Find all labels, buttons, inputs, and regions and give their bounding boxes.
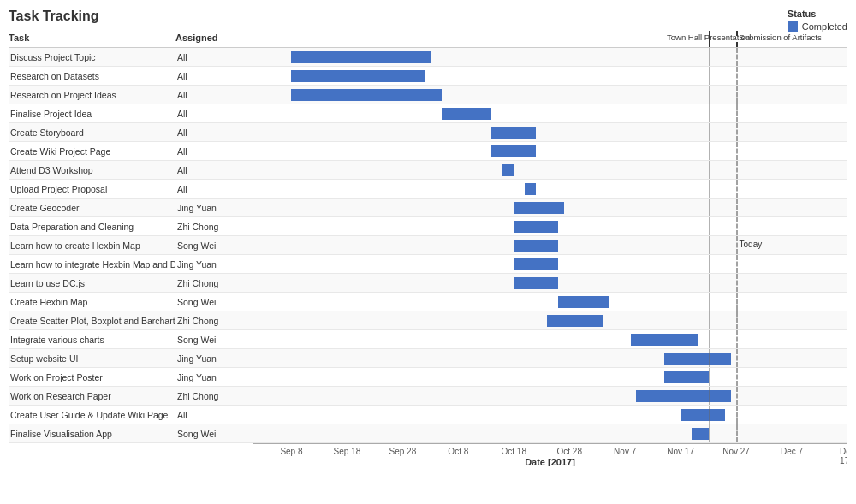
submission-label: Submission of Artifacts xyxy=(740,33,822,42)
x-axis-label: Sep 8 xyxy=(280,447,302,456)
table-header: Task Assigned xyxy=(9,31,253,48)
task-name: Create Wiki Project Page xyxy=(9,146,175,157)
gantt-row xyxy=(253,330,847,349)
table-row: Setup website UI Jing Yuan xyxy=(9,349,253,368)
right-panel: Town Hall PresentationSubmission of Arti… xyxy=(253,31,847,466)
task-name: Learn how to create Hexbin Map xyxy=(9,240,175,251)
task-assigned: All xyxy=(175,410,253,420)
gantt-bar xyxy=(692,428,708,440)
table-row: Work on Research Paper Zhi Chong xyxy=(9,387,253,406)
gantt-row xyxy=(253,123,847,142)
task-name: Setup website UI xyxy=(9,353,175,364)
task-assigned: Song Wei xyxy=(175,240,253,251)
gantt-row xyxy=(253,180,847,199)
task-assigned: All xyxy=(175,184,253,194)
task-name: Discuss Project Topic xyxy=(9,52,175,62)
table-row: Integrate various charts Song Wei xyxy=(9,330,253,349)
gantt-row xyxy=(253,424,847,443)
axis-title: Date [2017] xyxy=(253,457,847,466)
task-assigned: Zhi Chong xyxy=(175,391,253,401)
table-row: Create Hexbin Map Song Wei xyxy=(9,293,253,311)
gantt-bar xyxy=(636,390,730,402)
task-assigned: Song Wei xyxy=(175,297,253,307)
task-assigned: Song Wei xyxy=(175,335,253,345)
task-name: Attend D3 Workshop xyxy=(9,165,175,175)
gantt-bar xyxy=(291,89,441,101)
x-axis-label: Dec 7 xyxy=(781,447,803,456)
task-name: Finalise Project Idea xyxy=(9,109,175,119)
table-row: Research on Project Ideas All xyxy=(9,86,253,104)
task-assigned: Zhi Chong xyxy=(175,222,253,232)
x-axis-label: Nov 17 xyxy=(667,447,694,456)
gantt-row xyxy=(253,406,847,424)
table-row: Data Preparation and Cleaning Zhi Chong xyxy=(9,217,253,236)
table-row: Attend D3 Workshop All xyxy=(9,161,253,180)
table-row: Work on Project Poster Jing Yuan xyxy=(9,368,253,387)
main-area: Task Assigned Discuss Project Topic All … xyxy=(9,31,847,466)
gantt-bar xyxy=(291,70,425,82)
gantt-row xyxy=(253,387,847,406)
table-row: Upload Project Proposal All xyxy=(9,180,253,199)
task-list: Discuss Project Topic All Research on Da… xyxy=(9,48,253,443)
col-assigned-header: Assigned xyxy=(175,31,253,47)
x-axis-label: Sep 18 xyxy=(334,447,361,456)
task-assigned: All xyxy=(175,90,253,100)
table-row: Finalise Visualisation App Song Wei xyxy=(9,424,253,443)
x-axis-label: Oct 8 xyxy=(448,447,468,456)
task-assigned: Jing Yuan xyxy=(175,259,253,270)
col-task-header: Task xyxy=(9,31,175,47)
gantt-bar xyxy=(681,409,725,421)
gantt-bar xyxy=(631,334,698,346)
task-assigned: All xyxy=(175,165,253,175)
task-name: Research on Project Ideas xyxy=(9,90,175,100)
task-assigned: All xyxy=(175,52,253,62)
gantt-row xyxy=(253,48,847,67)
x-axis-label: Oct 18 xyxy=(502,447,526,456)
task-name: Create User Guide & Update Wiki Page xyxy=(9,410,175,420)
task-name: Learn how to integrate Hexbin Map and DC… xyxy=(9,259,175,270)
gantt-row xyxy=(253,293,847,311)
gantt-row xyxy=(253,142,847,161)
gantt-row xyxy=(253,104,847,123)
table-row: Research on Datasets All xyxy=(9,67,253,86)
task-name: Create Storyboard xyxy=(9,127,175,138)
submission-line xyxy=(736,31,738,47)
task-assigned: Zhi Chong xyxy=(175,316,253,326)
gantt-row xyxy=(253,217,847,236)
table-row: Discuss Project Topic All xyxy=(9,48,253,67)
gantt-bar xyxy=(491,127,536,139)
task-name: Work on Research Paper xyxy=(9,391,175,401)
task-assigned: Jing Yuan xyxy=(175,372,253,382)
gantt-row xyxy=(253,86,847,104)
task-name: Create Scatter Plot, Boxplot and Barchar… xyxy=(9,316,175,326)
x-axis-label: Oct 28 xyxy=(556,447,581,456)
gantt-row xyxy=(253,368,847,387)
x-axis-label: Sep 28 xyxy=(389,447,417,456)
gantt-bar xyxy=(664,371,709,383)
task-name: Upload Project Proposal xyxy=(9,184,175,194)
gantt-bar xyxy=(442,108,491,120)
task-name: Work on Project Poster xyxy=(9,372,175,382)
table-row: Finalise Project Idea All xyxy=(9,104,253,123)
task-name: Integrate various charts xyxy=(9,335,175,345)
x-axis-label: Dec 17 xyxy=(840,447,847,465)
x-axis-label: Nov 27 xyxy=(722,447,750,456)
task-name: Finalise Visualisation App xyxy=(9,429,175,439)
table-row: Learn to use DC.js Zhi Chong xyxy=(9,274,253,293)
gantt-header: Town Hall PresentationSubmission of Arti… xyxy=(253,31,847,48)
gantt-bar xyxy=(514,277,558,289)
gantt-row xyxy=(253,199,847,217)
table-row: Create User Guide & Update Wiki Page All xyxy=(9,406,253,424)
task-assigned: Zhi Chong xyxy=(175,278,253,288)
gantt-bar xyxy=(514,258,558,270)
gantt-bar xyxy=(558,296,608,308)
gantt-bar xyxy=(514,221,558,233)
x-axis: Date [2017] Sep 8Sep 18Sep 28Oct 8Oct 18… xyxy=(253,443,847,466)
gantt-bar xyxy=(514,240,558,252)
task-assigned: All xyxy=(175,109,253,119)
gantt-bar xyxy=(491,145,536,157)
gantt-row xyxy=(253,311,847,330)
gantt-bar xyxy=(502,164,514,176)
x-axis-label: Nov 7 xyxy=(614,447,636,456)
gantt-bar xyxy=(514,202,563,214)
